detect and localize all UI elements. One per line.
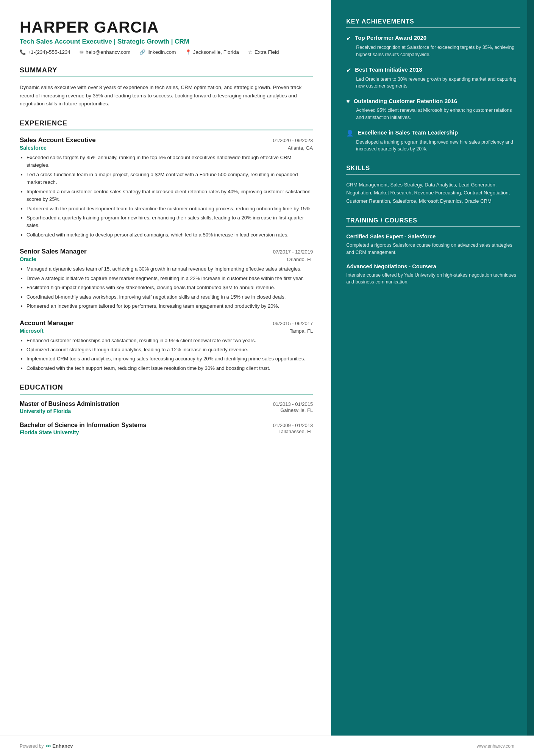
bullet-item: Enhanced customer relationships and sati… bbox=[27, 337, 313, 344]
bullet-item: Drove a strategic initiative to capture … bbox=[27, 275, 313, 282]
location-text: Jacksonville, Florida bbox=[193, 49, 239, 55]
achievement-title: Outstanding Customer Retention 2016 bbox=[354, 97, 457, 105]
exp-title: Account Manager bbox=[20, 319, 74, 327]
exp-location: Atlanta, GA bbox=[288, 145, 313, 151]
exp-dates: 07/2017 - 12/2019 bbox=[273, 249, 313, 255]
exp-dates: 06/2015 - 06/2017 bbox=[273, 321, 313, 326]
edu-header: Master of Business Administration 01/201… bbox=[20, 401, 313, 407]
phone-contact: 📞 +1-(234)-555-1234 bbox=[20, 49, 70, 55]
bullet-item: Led a cross-functional team in a major p… bbox=[27, 171, 313, 186]
edu-degree: Bachelor of Science in Information Syste… bbox=[20, 422, 146, 429]
achievements-section: KEY ACHIEVEMENTS ✔ Top Performer Award 2… bbox=[346, 18, 520, 153]
bullet-item: Managed a dynamic sales team of 15, achi… bbox=[27, 265, 313, 273]
location-contact: 📍 Jacksonville, Florida bbox=[185, 49, 239, 55]
powered-by: Powered by ∞ Enhancv bbox=[20, 742, 73, 750]
bullet-item: Partnered with the product development t… bbox=[27, 205, 313, 213]
edu-dates: 01/2009 - 01/2013 bbox=[273, 423, 313, 428]
edu-school: University of Florida bbox=[20, 408, 71, 414]
bullet-item: Pioneered an incentive program tailored … bbox=[27, 302, 313, 310]
exp-dates: 01/2020 - 09/2023 bbox=[273, 138, 313, 143]
edu-school: Florida State University bbox=[20, 429, 79, 435]
achievement-desc: Developed a training program that improv… bbox=[346, 139, 520, 153]
footer: Powered by ∞ Enhancv www.enhancv.com bbox=[0, 736, 534, 756]
bullet-item: Facilitated high-impact negotiations wit… bbox=[27, 284, 313, 291]
edu-sub: Florida State University Tallahassee, FL bbox=[20, 429, 313, 435]
achievement-item: ♥ Outstanding Customer Retention 2016 Ac… bbox=[346, 97, 520, 121]
experience-entry: Account Manager 06/2015 - 06/2017 Micros… bbox=[20, 319, 313, 373]
achievement-header: ✔ Top Performer Award 2020 bbox=[346, 34, 520, 42]
candidate-name: HARPER GARCIA bbox=[20, 18, 313, 36]
email-contact: ✉ help@enhancv.com bbox=[80, 49, 131, 55]
achievement-icon: ✔ bbox=[346, 67, 351, 74]
education-entry: Bachelor of Science in Information Syste… bbox=[20, 422, 313, 435]
achievement-desc: Led Oracle team to 30% revenue growth by… bbox=[346, 76, 520, 90]
edu-location: Tallahassee, FL bbox=[278, 429, 313, 435]
logo-icon: ∞ bbox=[46, 742, 51, 750]
summary-title: SUMMARY bbox=[20, 66, 313, 77]
achievement-header: 👤 Excellence in Sales Team Leadership bbox=[346, 129, 520, 137]
achievement-header: ♥ Outstanding Customer Retention 2016 bbox=[346, 97, 520, 105]
bullet-item: Optimized account strategies through dat… bbox=[27, 346, 313, 354]
experience-entry: Sales Account Executive 01/2020 - 09/202… bbox=[20, 136, 313, 239]
candidate-subtitle: Tech Sales Account Executive | Strategic… bbox=[20, 38, 313, 45]
bullet-item: Implemented a new customer-centric sales… bbox=[27, 188, 313, 203]
training-name: Advanced Negotiations - Coursera bbox=[346, 263, 520, 270]
experience-entry: Senior Sales Manager 07/2017 - 12/2019 O… bbox=[20, 248, 313, 310]
enhancv-logo: ∞ Enhancv bbox=[46, 742, 73, 750]
edu-location: Gainesville, FL bbox=[280, 407, 313, 414]
achievement-icon: ♥ bbox=[346, 98, 350, 105]
training-title: TRAINING / COURSES bbox=[346, 217, 520, 227]
contact-row: 📞 +1-(234)-555-1234 ✉ help@enhancv.com 🔗… bbox=[20, 49, 313, 55]
location-icon: 📍 bbox=[185, 49, 191, 55]
training-name: Certified Sales Expert - Salesforce bbox=[346, 233, 520, 240]
star-icon: ☆ bbox=[248, 49, 253, 55]
summary-section: SUMMARY Dynamic sales executive with ove… bbox=[20, 66, 313, 108]
education-entries: Master of Business Administration 01/201… bbox=[20, 401, 313, 435]
training-item: Advanced Negotiations - Coursera Intensi… bbox=[346, 263, 520, 286]
exp-company: Salesforce bbox=[20, 145, 47, 151]
edu-degree: Master of Business Administration bbox=[20, 401, 119, 407]
exp-bullets: Managed a dynamic sales team of 15, achi… bbox=[20, 265, 313, 310]
summary-text: Dynamic sales executive with over 8 year… bbox=[20, 83, 313, 108]
edu-header: Bachelor of Science in Information Syste… bbox=[20, 422, 313, 429]
achievement-header: ✔ Best Team Initiative 2018 bbox=[346, 66, 520, 74]
phone-number: +1-(234)-555-1234 bbox=[28, 49, 70, 55]
exp-location: Tampa, FL bbox=[290, 328, 313, 334]
exp-header: Senior Sales Manager 07/2017 - 12/2019 bbox=[20, 248, 313, 255]
training-section: TRAINING / COURSES Certified Sales Exper… bbox=[346, 217, 520, 286]
powered-by-label: Powered by bbox=[20, 743, 44, 749]
bullet-item: Spearheaded a quarterly training program… bbox=[27, 214, 313, 230]
education-section: EDUCATION Master of Business Administrat… bbox=[20, 383, 313, 435]
email-address: help@enhancv.com bbox=[86, 49, 131, 55]
achievement-title: Top Performer Award 2020 bbox=[355, 34, 426, 42]
bullet-item: Collaborated with the tech support team,… bbox=[27, 365, 313, 372]
experience-entries: Sales Account Executive 01/2020 - 09/202… bbox=[20, 136, 313, 373]
training-item: Certified Sales Expert - Salesforce Comp… bbox=[346, 233, 520, 256]
skills-text: CRM Management, Sales Strategy, Data Ana… bbox=[346, 181, 520, 205]
bullet-item: Collaborated with marketing to develop p… bbox=[27, 231, 313, 239]
exp-header: Sales Account Executive 01/2020 - 09/202… bbox=[20, 136, 313, 144]
achievements-title: KEY ACHIEVEMENTS bbox=[346, 18, 520, 28]
header-section: HARPER GARCIA Tech Sales Account Executi… bbox=[20, 18, 313, 55]
exp-company: Oracle bbox=[20, 256, 36, 262]
achievement-desc: Achieved 95% client renewal at Microsoft… bbox=[346, 107, 520, 121]
exp-sub: Microsoft Tampa, FL bbox=[20, 328, 313, 334]
edu-dates: 01/2013 - 01/2015 bbox=[273, 401, 313, 407]
exp-title: Senior Sales Manager bbox=[20, 248, 87, 255]
extra-field-text: Extra Field bbox=[255, 49, 279, 55]
achievement-title: Best Team Initiative 2018 bbox=[355, 66, 422, 74]
exp-bullets: Enhanced customer relationships and sati… bbox=[20, 337, 313, 373]
exp-bullets: Exceeded sales targets by 35% annually, … bbox=[20, 154, 313, 239]
linkedin-url: linkedin.com bbox=[147, 49, 176, 55]
exp-sub: Salesforce Atlanta, GA bbox=[20, 145, 313, 151]
training-entries: Certified Sales Expert - Salesforce Comp… bbox=[346, 233, 520, 286]
achievement-item: ✔ Top Performer Award 2020 Received reco… bbox=[346, 34, 520, 58]
email-icon: ✉ bbox=[80, 49, 84, 55]
exp-sub: Oracle Orlando, FL bbox=[20, 256, 313, 262]
bullet-item: Exceeded sales targets by 35% annually, … bbox=[27, 154, 313, 169]
edu-sub: University of Florida Gainesville, FL bbox=[20, 407, 313, 414]
achievement-item: ✔ Best Team Initiative 2018 Led Oracle t… bbox=[346, 66, 520, 90]
experience-section: EXPERIENCE Sales Account Executive 01/20… bbox=[20, 119, 313, 373]
footer-website: www.enhancv.com bbox=[477, 743, 514, 749]
exp-header: Account Manager 06/2015 - 06/2017 bbox=[20, 319, 313, 327]
